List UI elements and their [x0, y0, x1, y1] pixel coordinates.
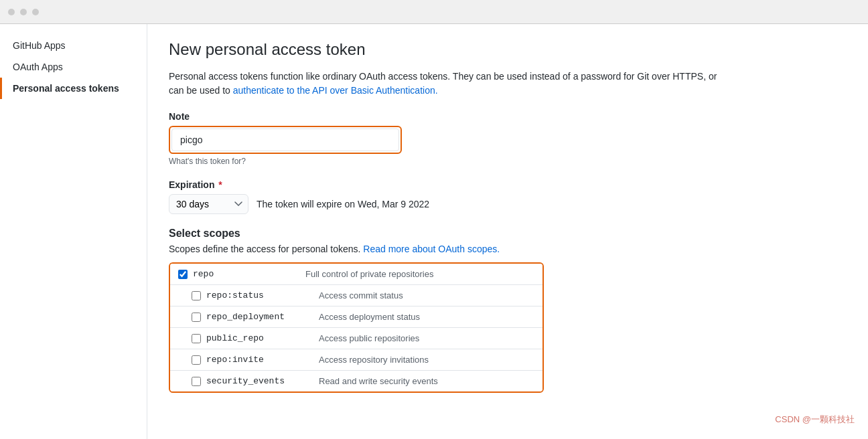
expiration-label: Expiration *: [169, 179, 847, 190]
scope-desc-repo-invite: Access repository invitations: [319, 355, 429, 365]
scope-desc-public-repo: Access public repositories: [319, 333, 419, 343]
description-link[interactable]: authenticate to the API over Basic Authe…: [233, 85, 438, 96]
scope-row-repo-deployment: repo_deployment Access deployment status: [170, 306, 542, 328]
oauth-scopes-link[interactable]: Read more about OAuth scopes.: [363, 244, 500, 254]
expiration-row: 30 days 60 days 90 days Custom No expira…: [169, 194, 847, 214]
note-input-wrapper: [169, 126, 402, 154]
expiration-select[interactable]: 30 days 60 days 90 days Custom No expira…: [169, 194, 248, 214]
browser-dot-2: [20, 9, 27, 15]
note-input[interactable]: [171, 128, 399, 151]
scope-checkbox-security-events[interactable]: [192, 377, 201, 386]
sidebar-item-personal-access-tokens[interactable]: Personal access tokens: [0, 78, 147, 99]
scope-name-repo-invite: repo:invite: [206, 355, 313, 365]
description: Personal access tokens function like ord…: [169, 70, 718, 98]
scope-desc-repo-deployment: Access deployment status: [319, 312, 420, 322]
scopes-box: repo Full control of private repositorie…: [169, 262, 544, 393]
scope-checkbox-repo[interactable]: [178, 270, 188, 279]
scope-checkbox-public-repo[interactable]: [192, 334, 201, 343]
sidebar-item-oauth-apps[interactable]: OAuth Apps: [0, 56, 147, 78]
scope-name-security-events: security_events: [206, 376, 313, 386]
scopes-form-group: Select scopes Scopes define the access f…: [169, 228, 847, 393]
scope-name-repo-status: repo:status: [206, 290, 313, 300]
expiration-form-group: Expiration * 30 days 60 days 90 days Cus…: [169, 179, 847, 214]
note-form-group: Note What's this token for?: [169, 111, 847, 166]
sidebar: GitHub Apps OAuth Apps Personal access t…: [0, 24, 147, 439]
page-title: New personal access token: [169, 40, 847, 59]
scope-desc-repo: Full control of private repositories: [305, 269, 433, 279]
scope-row-security-events: security_events Read and write security …: [170, 371, 542, 391]
scope-desc-repo-status: Access commit status: [319, 290, 403, 300]
watermark: CSDN @一颗科技社: [775, 414, 855, 426]
browser-bar: [0, 0, 868, 24]
select-scopes-title: Select scopes: [169, 228, 847, 240]
scope-row-repo: repo Full control of private repositorie…: [170, 264, 542, 285]
scope-name-repo: repo: [193, 269, 300, 279]
main-content: New personal access token Personal acces…: [147, 24, 868, 439]
scope-checkbox-repo-invite[interactable]: [192, 355, 201, 365]
scope-row-repo-status: repo:status Access commit status: [170, 285, 542, 306]
scope-checkbox-repo-status[interactable]: [192, 291, 201, 300]
scope-checkbox-repo-deployment[interactable]: [192, 313, 201, 322]
scope-name-repo-deployment: repo_deployment: [206, 312, 313, 322]
select-scopes-desc: Scopes define the access for personal to…: [169, 244, 847, 254]
required-marker: *: [218, 179, 222, 190]
note-label: Note: [169, 111, 847, 122]
browser-dot-1: [8, 9, 15, 15]
note-hint: What's this token for?: [169, 157, 847, 166]
browser-dot-3: [32, 9, 39, 15]
scope-row-repo-invite: repo:invite Access repository invitation…: [170, 349, 542, 371]
scope-name-public-repo: public_repo: [206, 333, 313, 343]
scope-row-public-repo: public_repo Access public repositories: [170, 328, 542, 349]
sidebar-item-github-apps[interactable]: GitHub Apps: [0, 35, 147, 56]
expiration-note: The token will expire on Wed, Mar 9 2022: [257, 199, 429, 209]
scope-desc-security-events: Read and write security events: [319, 376, 438, 386]
page-layout: GitHub Apps OAuth Apps Personal access t…: [0, 24, 868, 439]
